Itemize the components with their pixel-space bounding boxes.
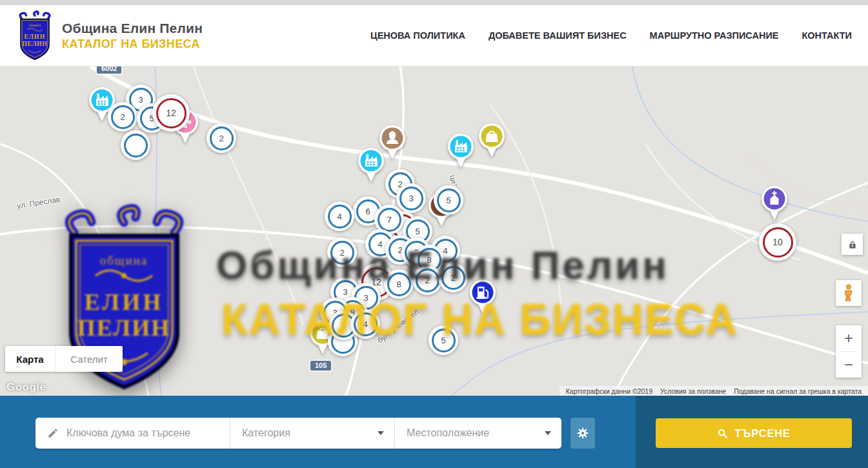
church-icon — [759, 183, 790, 222]
nav-item-add-business[interactable]: ДОБАВЕТЕ ВАШИЯТ БИЗНЕС — [489, 30, 627, 41]
search-bar: Категория Местоположение — [0, 396, 868, 468]
search-icon — [717, 428, 728, 439]
site-header: община ЕЛИН ПЕЛИН Община Елин Пелин КАТА… — [0, 5, 868, 66]
site-logo[interactable]: община ЕЛИН ПЕЛИН Община Елин Пелин КАТА… — [16, 10, 203, 61]
map-pin-marker-factory[interactable] — [445, 131, 476, 172]
watermark-title: Община Елин Пелин — [216, 242, 784, 288]
svg-text:ПЕЛИН: ПЕЛИН — [23, 39, 48, 46]
map-pin-marker-church[interactable] — [759, 183, 790, 225]
category-dropdown-value: Категория — [242, 427, 290, 439]
map-pin-marker-bag[interactable] — [476, 121, 507, 162]
logo-subtitle: КАТАЛОГ НА БИЗНЕСА — [62, 37, 203, 51]
search-fields: Категория Местоположение — [35, 418, 561, 449]
caret-down-icon — [545, 431, 551, 435]
map-pin-marker-factory[interactable] — [356, 145, 387, 187]
pencil-icon — [47, 427, 59, 439]
cluster-count: 3 — [409, 194, 413, 203]
pegman-icon — [842, 283, 856, 303]
watermark-subtitle: КАТАЛОГ НА БИЗНЕСА — [221, 294, 778, 344]
svg-text:ПЕЛИН: ПЕЛИН — [77, 315, 170, 341]
factory-icon — [445, 131, 476, 170]
map-attribution: Картографски данни ©2019 Условия за полз… — [560, 386, 868, 396]
cluster-count: 6 — [365, 207, 370, 216]
factory-icon — [356, 145, 387, 184]
cluster-ring: 5 — [437, 188, 461, 212]
keyword-field — [35, 418, 230, 449]
keyword-input[interactable] — [66, 427, 215, 439]
cluster-count: 12 — [166, 108, 176, 118]
map-cluster-marker[interactable]: 12 — [152, 94, 190, 132]
pegman-button[interactable] — [836, 280, 862, 306]
caret-down-icon — [378, 431, 384, 435]
cluster-ring: 4 — [328, 205, 352, 229]
nav-item-pricing[interactable]: ЦЕНОВА ПОЛИТИКА — [370, 30, 465, 41]
logo-title: Община Елин Пелин — [62, 21, 203, 36]
nav-item-contacts[interactable]: КОНТАКТИ — [802, 30, 852, 41]
location-dropdown-value: Местоположение — [407, 427, 489, 439]
location-dropdown[interactable]: Местоположение — [395, 418, 561, 449]
zoom-control: + − — [836, 325, 862, 378]
cluster-ring: 7 — [378, 208, 401, 232]
map-cluster-marker[interactable]: 2 — [108, 102, 137, 132]
map-cluster-marker[interactable]: 3 — [396, 183, 426, 213]
map-cluster-marker[interactable]: 4 — [325, 201, 354, 231]
google-logo[interactable]: Google — [6, 381, 46, 394]
map-type-map-button[interactable]: Карта — [5, 346, 55, 372]
svg-text:община: община — [28, 23, 41, 27]
category-dropdown[interactable]: Категория — [230, 418, 395, 449]
cluster-count: 2 — [219, 134, 223, 143]
svg-text:ЕЛИН: ЕЛИН — [85, 289, 163, 315]
attribution-copyright: Картографски данни ©2019 — [562, 387, 656, 395]
search-button[interactable]: ТЪРСЕНЕ — [656, 418, 852, 448]
cluster-ring: 2 — [210, 127, 234, 150]
zoom-out-button[interactable]: − — [836, 352, 862, 378]
page: община ЕЛИН ПЕЛИН Община Елин Пелин КАТА… — [0, 0, 868, 468]
cluster-ring: 12 — [156, 98, 187, 128]
bag-icon — [476, 121, 507, 159]
search-button-label: ТЪРСЕНЕ — [734, 427, 790, 440]
cluster-ring — [124, 134, 148, 158]
svg-text:ЕЛИН: ЕЛИН — [24, 33, 45, 40]
municipality-crest-icon: община ЕЛИН ПЕЛИН — [16, 10, 54, 61]
main-nav: ЦЕНОВА ПОЛИТИКА ДОБАВЕТЕ ВАШИЯТ БИЗНЕС М… — [347, 30, 852, 41]
map-cluster-marker[interactable]: 2 — [207, 123, 236, 153]
lock-icon — [848, 240, 857, 249]
cluster-count: 3 — [138, 95, 143, 105]
map-type-satellite-button[interactable]: Сателит — [55, 346, 123, 372]
svg-text:община: община — [100, 254, 148, 267]
nav-item-bus-schedule[interactable]: МАРШРУТНО РАЗПИСАНИЕ — [650, 30, 779, 41]
cluster-count: 7 — [387, 215, 391, 225]
page-top-strip — [0, 0, 868, 5]
lock-button[interactable] — [842, 234, 863, 255]
map-type-toggle: Карта Сателит — [5, 346, 123, 372]
map-cluster-marker[interactable]: 5 — [434, 185, 463, 215]
cluster-count: 4 — [337, 212, 341, 221]
logo-text: Община Елин Пелин КАТАЛОГ НА БИЗНЕСА — [62, 21, 203, 51]
attribution-terms-link[interactable]: Условия за ползване — [656, 387, 730, 395]
cluster-count: 5 — [415, 227, 419, 236]
attribution-report-link[interactable]: Подаване на сигнал за грешка в картата — [730, 387, 865, 395]
map-canvas[interactable]: 6002105 ул. Преславбул. „Новоселци" 3251… — [0, 66, 868, 396]
cluster-ring: 3 — [399, 187, 423, 210]
advanced-search-button[interactable] — [570, 418, 595, 449]
zoom-in-button[interactable]: + — [836, 325, 862, 351]
cluster-count: 5 — [446, 196, 450, 205]
cluster-count: 2 — [120, 112, 125, 122]
cluster-ring: 2 — [111, 105, 135, 129]
gear-icon — [576, 427, 589, 440]
map-cluster-marker[interactable] — [121, 130, 150, 160]
